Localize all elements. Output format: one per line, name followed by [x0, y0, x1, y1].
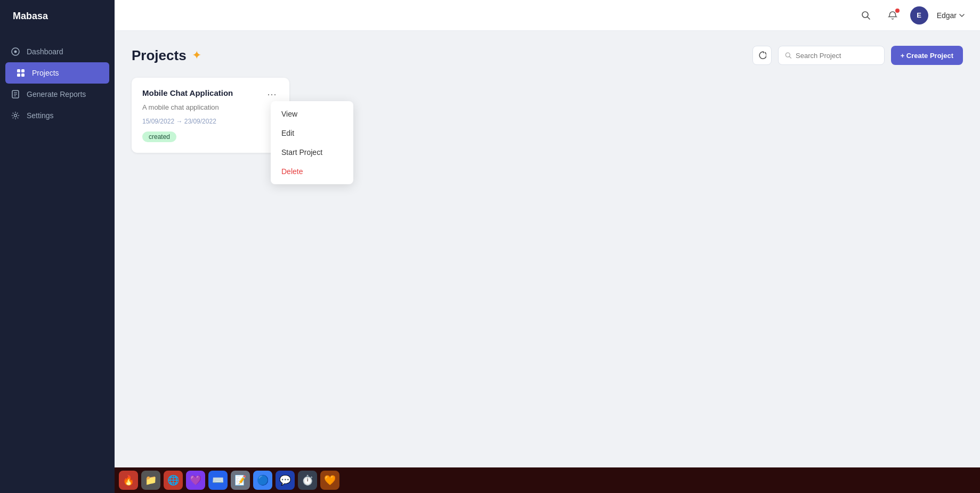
projects-icon — [16, 68, 26, 78]
svg-rect-5 — [21, 73, 25, 77]
settings-icon — [11, 111, 20, 120]
context-menu: View Edit Start Project Delete — [271, 101, 353, 184]
sidebar-nav: Dashboard Projects — [0, 32, 115, 493]
taskbar-app-8[interactable]: 💬 — [276, 471, 295, 490]
user-name: Edgar — [937, 11, 957, 20]
page-header: Projects ✦ + Create Project — [132, 46, 963, 65]
taskbar-app-9[interactable]: ⏱️ — [298, 471, 317, 490]
status-badge: created — [142, 132, 176, 142]
card-menu-button[interactable]: ⋯ — [265, 88, 279, 100]
reports-icon — [11, 89, 20, 99]
context-menu-delete[interactable]: Delete — [271, 162, 353, 181]
page-title-row: Projects ✦ — [132, 47, 201, 64]
user-menu[interactable]: Edgar — [937, 11, 965, 20]
search-input[interactable] — [796, 52, 878, 60]
taskbar: 🔥 📁 🌐 💜 ⌨️ 📝 🔵 💬 ⏱️ 🧡 — [115, 467, 980, 493]
page-title: Projects — [132, 47, 187, 64]
taskbar-app-1[interactable]: 🔥 — [119, 471, 138, 490]
taskbar-app-6[interactable]: 📝 — [231, 471, 250, 490]
card-description: A mobile chat application — [142, 103, 279, 111]
taskbar-app-10[interactable]: 🧡 — [320, 471, 339, 490]
cards-grid: Mobile Chat Application ⋯ A mobile chat … — [132, 78, 963, 153]
notification-badge — [895, 9, 900, 13]
svg-rect-3 — [21, 69, 25, 72]
app-logo: Mabasa — [0, 0, 115, 32]
context-menu-view[interactable]: View — [271, 104, 353, 124]
page-content: Projects ✦ + Create Project — [115, 31, 980, 467]
taskbar-app-4[interactable]: 💜 — [186, 471, 205, 490]
notifications-button[interactable] — [884, 6, 902, 24]
create-project-button[interactable]: + Create Project — [891, 46, 963, 65]
sidebar-item-dashboard[interactable]: Dashboard — [0, 41, 115, 62]
page-actions: + Create Project — [752, 46, 963, 65]
sidebar-item-label-settings: Settings — [27, 111, 54, 120]
sidebar-item-label-reports: Generate Reports — [27, 90, 86, 98]
search-button[interactable] — [857, 6, 875, 24]
svg-rect-2 — [17, 69, 20, 72]
card-dates: 15/09/2022 → 23/09/2022 — [142, 118, 279, 125]
dashboard-icon — [11, 47, 20, 56]
sidebar-item-reports[interactable]: Generate Reports — [0, 84, 115, 105]
sidebar-item-settings[interactable]: Settings — [0, 105, 115, 126]
date-separator: → — [176, 118, 184, 125]
sidebar-item-label-dashboard: Dashboard — [27, 47, 63, 56]
svg-rect-4 — [17, 73, 20, 77]
sparkle-icon: ✦ — [192, 48, 201, 62]
project-card: Mobile Chat Application ⋯ A mobile chat … — [132, 78, 289, 153]
search-icon — [785, 52, 791, 59]
chevron-down-icon — [959, 12, 965, 19]
header-icons: E Edgar — [857, 6, 965, 24]
svg-point-1 — [14, 51, 17, 53]
taskbar-app-5[interactable]: ⌨️ — [208, 471, 228, 490]
refresh-button[interactable] — [752, 46, 772, 65]
sidebar: Mabasa Dashboard Projects — [0, 0, 115, 493]
header: E Edgar — [115, 0, 980, 31]
refresh-icon — [758, 51, 766, 60]
avatar: E — [910, 6, 928, 24]
sidebar-item-projects[interactable]: Projects — [5, 62, 109, 84]
svg-line-14 — [789, 56, 791, 58]
card-title: Mobile Chat Application — [142, 88, 233, 97]
taskbar-app-7[interactable]: 🔵 — [253, 471, 272, 490]
card-date-end: 23/09/2022 — [184, 118, 216, 125]
svg-point-10 — [14, 114, 17, 117]
taskbar-app-2[interactable]: 📁 — [141, 471, 160, 490]
taskbar-app-3[interactable]: 🌐 — [164, 471, 183, 490]
main-content: E Edgar Projects ✦ — [115, 0, 980, 493]
card-date-start: 15/09/2022 — [142, 118, 174, 125]
card-header: Mobile Chat Application ⋯ — [142, 88, 279, 100]
search-box — [778, 46, 885, 65]
context-menu-start-project[interactable]: Start Project — [271, 143, 353, 162]
sidebar-item-label-projects: Projects — [32, 69, 59, 77]
context-menu-edit[interactable]: Edit — [271, 124, 353, 143]
svg-line-12 — [867, 17, 870, 19]
